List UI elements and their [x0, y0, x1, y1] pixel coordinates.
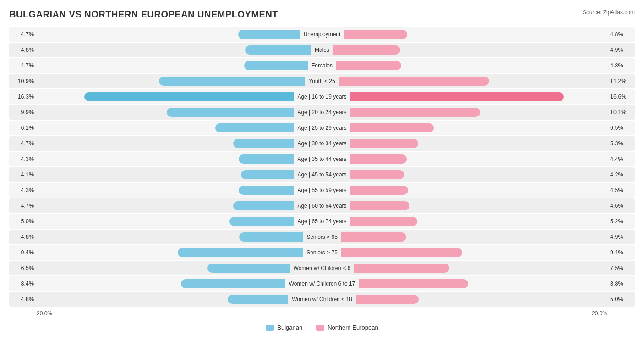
left-value: 4.8% [9, 234, 37, 240]
left-value: 4.8% [9, 296, 37, 303]
row-label: Age | 55 to 59 years [294, 187, 350, 193]
bar-right [341, 232, 406, 242]
right-value: 16.6% [607, 94, 635, 100]
left-value: 9.4% [9, 249, 37, 256]
row-label: Females [308, 62, 336, 69]
bar-left [244, 61, 308, 70]
row-label: Youth < 25 [305, 78, 338, 84]
chart-area: 4.7% Unemployment 4.8% 4.8% Males [9, 27, 635, 307]
chart-title: BULGARIAN VS NORTHERN EUROPEAN UNEMPLOYM… [9, 9, 278, 20]
bar-row-inner: 6.1% Age | 25 to 29 years 6.5% [9, 121, 635, 135]
bar-left-wrap [37, 295, 288, 304]
bar-right [350, 186, 408, 195]
row-label: Age | 20 to 24 years [294, 109, 350, 116]
left-value: 8.4% [9, 281, 37, 287]
bars-and-label: Age | 25 to 29 years [37, 121, 607, 135]
left-value: 4.3% [9, 156, 37, 162]
bar-row: 4.3% Age | 55 to 59 years 4.5% [9, 183, 635, 198]
bar-row: 8.4% Women w/ Children 6 to 17 8.8% [9, 276, 635, 291]
bar-row: 9.9% Age | 20 to 24 years 10.1% [9, 105, 635, 120]
bar-right-wrap [350, 186, 607, 195]
bar-row: 4.7% Age | 60 to 64 years 4.6% [9, 198, 635, 213]
bar-right [350, 170, 404, 179]
bar-right [339, 77, 489, 86]
bar-left-wrap [37, 139, 294, 148]
row-label: Age | 65 to 74 years [294, 218, 350, 225]
right-value: 4.8% [607, 62, 635, 69]
right-value: 5.0% [607, 296, 635, 303]
bar-left [245, 45, 311, 55]
bar-right [354, 264, 449, 273]
bar-left [181, 279, 285, 288]
chart-source: Source: ZipAtlas.com [583, 9, 635, 16]
bar-row-inner: 16.3% Age | 16 to 19 years 16.6% [9, 89, 635, 104]
bar-row-inner: 4.1% Age | 45 to 54 years 4.2% [9, 167, 635, 182]
right-value: 4.4% [607, 156, 635, 162]
bar-right-wrap [350, 139, 607, 148]
bar-row: 4.8% Seniors > 65 4.9% [9, 230, 635, 244]
bars-and-label: Age | 45 to 54 years [37, 167, 607, 182]
bar-left-wrap [37, 248, 303, 257]
left-value: 16.3% [9, 94, 37, 100]
bar-right-wrap [339, 77, 607, 86]
left-value: 4.7% [9, 62, 37, 69]
bar-right-wrap [350, 123, 607, 132]
bar-row: 6.5% Women w/ Children < 6 7.5% [9, 261, 635, 275]
bar-left [178, 248, 303, 257]
bar-right [336, 61, 401, 70]
bar-row: 4.7% Unemployment 4.8% [9, 27, 635, 42]
bar-row-inner: 4.8% Women w/ Children < 18 5.0% [9, 292, 635, 307]
bar-row-inner: 8.4% Women w/ Children 6 to 17 8.8% [9, 276, 635, 291]
bar-right-wrap [344, 30, 607, 39]
bars-and-label: Age | 20 to 24 years [37, 105, 607, 120]
bar-left [228, 295, 288, 304]
row-label: Age | 60 to 64 years [294, 203, 350, 209]
bars-and-label: Youth < 25 [37, 74, 607, 88]
bar-row-inner: 4.8% Males 4.9% [9, 43, 635, 57]
bar-right [359, 279, 468, 288]
row-label: Women w/ Children < 6 [290, 265, 355, 271]
bar-right [350, 154, 407, 164]
left-value: 6.1% [9, 125, 37, 131]
bar-left-wrap [37, 108, 294, 117]
bar-right [350, 201, 409, 210]
bar-row: 4.3% Age | 35 to 44 years 4.4% [9, 152, 635, 166]
bar-row: 4.1% Age | 45 to 54 years 4.2% [9, 167, 635, 182]
right-value: 4.2% [607, 171, 635, 178]
left-value: 9.9% [9, 109, 37, 116]
bar-left-wrap [37, 264, 290, 273]
row-label: Seniors > 65 [303, 234, 341, 240]
bar-left [233, 201, 294, 210]
left-value: 4.3% [9, 187, 37, 193]
right-value: 4.9% [607, 47, 635, 53]
bar-right [350, 123, 434, 132]
bar-right [356, 295, 419, 304]
bars-and-label: Age | 55 to 59 years [37, 183, 607, 198]
bar-left-wrap [37, 279, 285, 288]
bar-left [84, 92, 294, 101]
chart-header: BULGARIAN VS NORTHERN EUROPEAN UNEMPLOYM… [9, 9, 635, 20]
right-value: 4.8% [607, 31, 635, 38]
chart-container: BULGARIAN VS NORTHERN EUROPEAN UNEMPLOYM… [0, 0, 644, 340]
bars-and-label: Age | 35 to 44 years [37, 152, 607, 166]
bar-row: 5.0% Age | 65 to 74 years 5.2% [9, 214, 635, 229]
bars-and-label: Unemployment [37, 27, 607, 42]
bar-right [350, 217, 417, 226]
bar-row: 4.7% Females 4.8% [9, 58, 635, 73]
bar-left [239, 154, 294, 164]
legend: Bulgarian Northern European [9, 324, 635, 331]
bar-left-wrap [37, 92, 294, 101]
bar-right-wrap [336, 61, 607, 70]
axis-row: 20.0% 20.0% [9, 308, 635, 319]
bar-right-wrap [354, 264, 607, 273]
bar-row-inner: 4.3% Age | 35 to 44 years 4.4% [9, 152, 635, 166]
bar-row: 9.4% Seniors > 75 9.1% [9, 245, 635, 260]
row-label: Women w/ Children 6 to 17 [285, 281, 359, 287]
right-value: 10.1% [607, 109, 635, 116]
bars-and-label: Age | 60 to 64 years [37, 198, 607, 213]
bar-row: 4.7% Age | 30 to 34 years 5.3% [9, 136, 635, 151]
row-label: Age | 35 to 44 years [294, 156, 350, 162]
left-value: 4.7% [9, 31, 37, 38]
bars-and-label: Seniors > 75 [37, 245, 607, 260]
bars-and-label: Women w/ Children < 18 [37, 292, 607, 307]
